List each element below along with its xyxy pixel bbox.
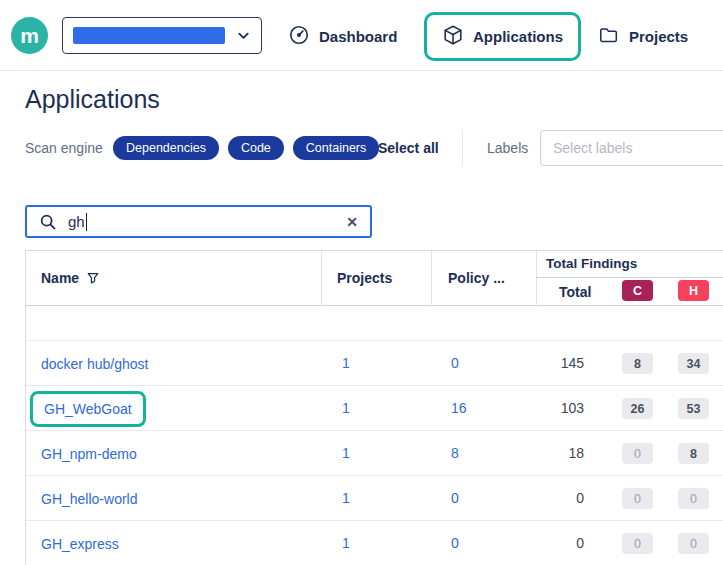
high-count-badge: 8	[678, 443, 709, 464]
column-header-total: Total	[559, 284, 591, 300]
select-all-link[interactable]: Select all	[378, 140, 439, 156]
table-row: GH_npm-demo 1 8 18 0 8	[26, 431, 723, 476]
projects-count-link[interactable]: 1	[342, 535, 350, 551]
applications-table: Name Projects Policy ... Total Findings …	[25, 250, 723, 565]
table-row: GH_hello-world 1 0 0 0 0	[26, 476, 723, 521]
nav-label-applications: Applications	[473, 28, 563, 45]
column-header-projects: Projects	[337, 270, 392, 286]
projects-count-link[interactable]: 1	[342, 445, 350, 461]
table-header: Name Projects Policy ... Total Findings …	[26, 251, 723, 306]
application-link[interactable]: GH_WebGoat	[44, 401, 132, 417]
high-count-badge: 0	[678, 488, 709, 509]
projects-count-link[interactable]: 1	[342, 400, 350, 416]
application-link[interactable]: docker hub/ghost	[41, 356, 148, 372]
search-query-text: gh	[68, 213, 85, 230]
pill-dependencies[interactable]: Dependencies	[113, 136, 219, 160]
table-row: GH_WebGoat 1 16 103 26 53	[26, 386, 723, 431]
projects-count-link[interactable]: 1	[342, 355, 350, 371]
high-count-badge: 53	[678, 398, 709, 419]
org-selector-dropdown[interactable]	[62, 17, 262, 54]
total-findings-value: 0	[516, 490, 584, 506]
annotation-highlight-gh-webgoat: GH_WebGoat	[30, 391, 146, 427]
labels-select-input[interactable]	[540, 130, 723, 166]
projects-count-link[interactable]: 1	[342, 490, 350, 506]
pill-containers[interactable]: Containers	[293, 136, 379, 160]
total-findings-value: 145	[516, 355, 584, 371]
critical-severity-badge: C	[622, 280, 653, 301]
labels-label: Labels	[487, 140, 528, 156]
name-header-label: Name	[41, 270, 79, 286]
org-name-redacted	[73, 27, 225, 44]
projects-icon	[598, 24, 620, 49]
dashboard-icon	[288, 24, 310, 49]
mend-logo: m	[11, 17, 48, 54]
critical-count-badge: 0	[622, 488, 653, 509]
topbar: m Dashboard Applications Projects	[0, 0, 723, 71]
search-icon	[39, 213, 57, 231]
nav-label-projects: Projects	[629, 28, 688, 45]
pill-code[interactable]: Code	[228, 136, 284, 160]
text-cursor	[86, 213, 88, 231]
column-divider	[431, 251, 432, 306]
chevron-down-icon	[236, 28, 251, 43]
nav-label-dashboard: Dashboard	[319, 28, 397, 45]
column-divider	[321, 251, 322, 306]
total-findings-value: 18	[516, 445, 584, 461]
scan-engine-label: Scan engine	[25, 140, 103, 156]
critical-count-badge: 0	[622, 443, 653, 464]
policy-violations-link[interactable]: 0	[451, 355, 459, 371]
policy-violations-link[interactable]: 0	[451, 490, 459, 506]
critical-count-badge: 0	[622, 533, 653, 554]
column-header-policy: Policy ...	[448, 270, 505, 286]
application-link[interactable]: GH_npm-demo	[41, 446, 137, 462]
nav-item-dashboard[interactable]: Dashboard	[288, 24, 397, 49]
high-severity-badge: H	[678, 280, 709, 301]
high-count-badge: 0	[678, 533, 709, 554]
column-divider	[536, 251, 537, 306]
clear-search-button[interactable]: ✕	[346, 215, 358, 229]
scan-engine-pills: Dependencies Code Containers	[113, 136, 379, 160]
critical-count-badge: 26	[622, 398, 653, 419]
policy-violations-link[interactable]: 16	[451, 400, 467, 416]
group-underline	[536, 277, 723, 278]
total-findings-value: 103	[516, 400, 584, 416]
application-link[interactable]: GH_hello-world	[41, 491, 137, 507]
column-header-name[interactable]: Name	[41, 270, 100, 286]
table-row: GH_express 1 0 0 0 0	[26, 521, 723, 565]
applications-icon	[442, 24, 464, 49]
policy-violations-link[interactable]: 0	[451, 535, 459, 551]
page-title: Applications	[25, 85, 160, 114]
filters-divider	[462, 130, 463, 166]
search-input[interactable]: gh ✕	[25, 205, 372, 238]
annotation-highlight-applications: Applications	[424, 12, 581, 61]
policy-violations-link[interactable]: 8	[451, 445, 459, 461]
application-link[interactable]: GH_express	[41, 536, 119, 552]
table-row: docker hub/ghost 1 0 145 8 34	[26, 341, 723, 386]
nav-item-applications[interactable]: Applications	[424, 12, 581, 61]
filter-funnel-icon[interactable]	[86, 271, 100, 285]
critical-count-badge: 8	[622, 353, 653, 374]
total-findings-value: 0	[516, 535, 584, 551]
nav-item-projects[interactable]: Projects	[598, 24, 688, 49]
column-group-total-findings: Total Findings	[546, 256, 637, 271]
high-count-badge: 34	[678, 353, 709, 374]
table-spacer-row	[26, 306, 723, 341]
